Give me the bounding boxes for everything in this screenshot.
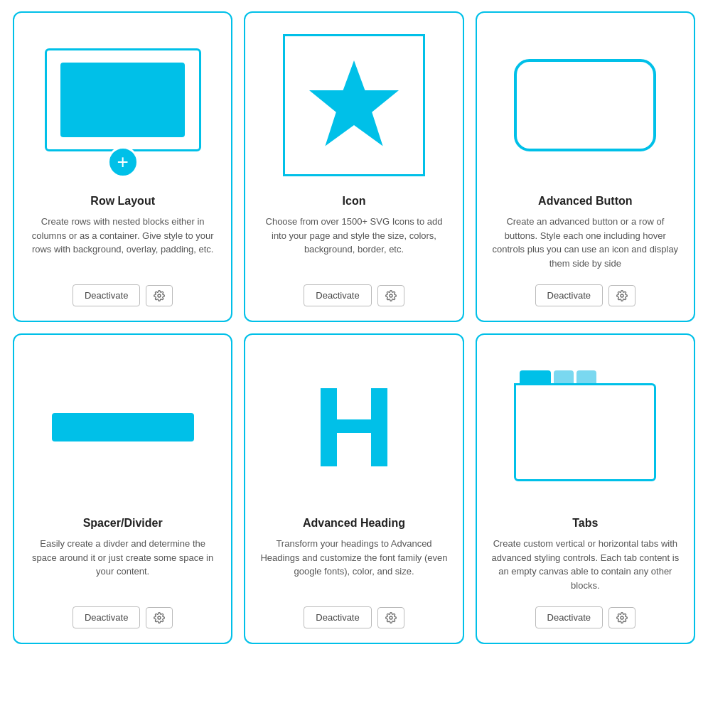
card-description: Transform your headings to Advanced Head… [259,537,448,592]
gear-icon [385,290,397,301]
icon-box [283,34,425,176]
card-icon-area: H [259,349,448,505]
plus-circle-icon: + [107,146,139,178]
card-advanced-heading: H Advanced Heading Transform your headin… [244,333,463,644]
card-actions: Deactivate [73,284,173,306]
card-actions: Deactivate [73,606,173,628]
svg-point-4 [158,616,161,619]
tab-pill-active [520,370,551,383]
tabs-icon [514,370,656,484]
card-actions: Deactivate [535,606,635,628]
tab-pill-inactive [576,370,596,383]
settings-button[interactable] [146,285,173,306]
settings-button[interactable] [377,607,404,628]
card-spacer-divider: Spacer/Divider Easily create a divder an… [13,333,232,644]
card-icon-area [491,349,680,505]
tab-pill-inactive [554,370,574,383]
card-description: Create rows with nested blocks either in… [28,215,217,270]
deactivate-button[interactable]: Deactivate [304,284,371,306]
card-actions: Deactivate [535,284,635,306]
card-icon: Icon Choose from over 1500+ SVG Icons to… [244,11,463,322]
gear-icon [616,612,628,623]
tabs-top-row [514,370,656,383]
svg-point-5 [390,616,392,619]
row-inner-block [60,63,185,137]
deactivate-button[interactable]: Deactivate [535,284,603,306]
gear-icon [154,290,165,301]
card-tabs: Tabs Create custom vertical or horizonta… [476,333,695,644]
card-actions: Deactivate [304,284,404,306]
deactivate-button[interactable]: Deactivate [73,284,140,306]
gear-icon [616,290,628,301]
gear-icon [154,612,165,623]
card-title: Icon [343,195,366,208]
deactivate-button[interactable]: Deactivate [304,606,371,628]
star-icon [304,55,404,155]
plugin-grid: + Row Layout Create rows with nested blo… [13,11,695,644]
settings-button[interactable] [608,285,635,306]
svg-point-3 [621,294,623,297]
card-description: Choose from over 1500+ SVG Icons to add … [259,215,448,270]
card-title: Advanced Heading [303,517,405,530]
card-advanced-button: Advanced Button Create an advanced butto… [476,11,695,322]
card-row-layout: + Row Layout Create rows with nested blo… [13,11,232,322]
spacer-divider-icon [52,413,194,441]
card-icon-area [28,349,217,505]
heading-h-icon: H [313,370,395,484]
svg-point-0 [158,294,161,297]
deactivate-button[interactable]: Deactivate [535,606,603,628]
card-title: Tabs [572,517,598,530]
tabs-body [514,383,656,481]
settings-button[interactable] [608,607,635,628]
settings-button[interactable] [377,285,404,306]
svg-point-6 [621,616,623,619]
card-description: Create an advanced button or a row of bu… [491,215,680,270]
svg-point-2 [390,294,392,297]
card-description: Create custom vertical or horizontal tab… [491,537,680,592]
row-layout-icon: + [45,48,201,162]
card-title: Row Layout [90,195,155,208]
gear-icon [385,612,397,623]
advanced-button-icon [514,59,656,151]
row-outer-frame [45,48,201,151]
card-icon-area: + [28,27,217,183]
card-icon-area [491,27,680,183]
card-title: Advanced Button [538,195,632,208]
card-description: Easily create a divder and determine the… [28,537,217,592]
card-actions: Deactivate [304,606,404,628]
settings-button[interactable] [146,607,173,628]
card-icon-area [259,27,448,183]
svg-marker-1 [309,60,399,146]
card-title: Spacer/Divider [83,517,163,530]
deactivate-button[interactable]: Deactivate [73,606,140,628]
